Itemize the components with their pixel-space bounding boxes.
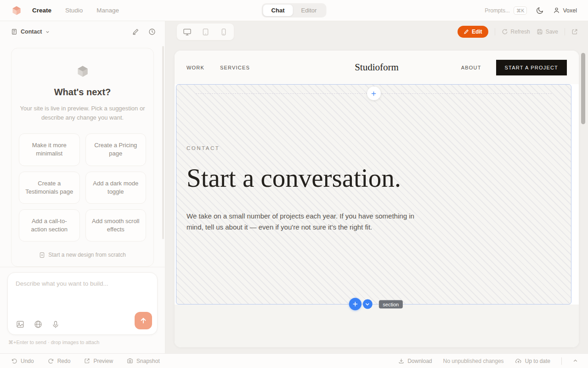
start-project-button[interactable]: START A PROJECT (496, 60, 567, 75)
composer-area: ⌘+Enter to send · drop images to attach (0, 267, 165, 368)
pencil-icon (464, 29, 469, 34)
prompts-shortcut-badge: ⌘K (514, 6, 527, 15)
site-link-work[interactable]: WORK (187, 65, 204, 70)
suggestion-cta-section[interactable]: Add a call-to-action section (19, 209, 80, 242)
prompts-button[interactable]: Prompts... ⌘K (485, 6, 527, 15)
save-label: Save (546, 29, 558, 35)
start-from-scratch-label: Start a new design from scratch (48, 252, 126, 258)
panel-header-actions (132, 28, 156, 35)
device-toggle-group (176, 23, 234, 40)
edit-button[interactable]: Edit (458, 26, 488, 38)
open-in-new-tab-button[interactable] (571, 29, 578, 35)
dark-mode-toggle[interactable] (536, 6, 544, 14)
edit-label: Edit (472, 29, 482, 35)
sync-label: Up to date (525, 358, 550, 364)
add-section-below-button[interactable] (349, 298, 361, 310)
download-button[interactable]: Download (398, 358, 432, 364)
site-header: WORK SERVICES Studioform ABOUT START A P… (175, 51, 579, 84)
composer-card (7, 272, 158, 335)
user-label: Voxel (563, 7, 577, 14)
canvas-toolbar: Edit Refresh Save (165, 21, 588, 42)
device-tablet-button[interactable] (197, 25, 214, 39)
save-button[interactable]: Save (537, 29, 558, 35)
next-section-placeholder (175, 305, 579, 347)
panel-body: What's next? Your site is live in previe… (0, 42, 165, 267)
suggestion-grid: Make it more minimalist Create a Pricing… (18, 133, 147, 242)
site-link-services[interactable]: SERVICES (220, 65, 250, 70)
top-bar: Create Studio Manage Chat Editor Prompts… (0, 0, 588, 21)
site-link-about[interactable]: ABOUT (461, 65, 481, 70)
suggestion-testimonials-page[interactable]: Create a Testimonials page (19, 172, 80, 204)
main-area: Contact What's next? Your site is live i… (0, 21, 588, 353)
start-from-scratch-link[interactable]: Start a new design from scratch (18, 252, 147, 258)
save-icon (537, 29, 543, 35)
topbar-right: Prompts... ⌘K Voxel (485, 6, 577, 15)
refresh-icon (502, 29, 508, 35)
chat-sidebar: Contact What's next? Your site is live i… (0, 21, 165, 353)
section-eyebrow: CONTACT (187, 145, 571, 151)
suggestion-dark-mode[interactable]: Add a dark mode toggle (85, 172, 147, 204)
chat-input[interactable] (16, 280, 149, 309)
add-section-above-button[interactable] (367, 86, 381, 100)
file-plus-icon (39, 252, 45, 258)
canvas-area: Edit Refresh Save (165, 21, 588, 353)
page-selector-dropdown[interactable]: Contact (11, 29, 50, 35)
collapse-statusbar-button[interactable] (573, 358, 578, 363)
statusbar-right: Download No unpublished changes Up to da… (398, 357, 578, 365)
user-icon (553, 7, 560, 14)
site-nav-right: ABOUT START A PROJECT (461, 60, 567, 75)
attach-image-icon[interactable] (16, 320, 24, 328)
suggestion-minimalist[interactable]: Make it more minimalist (19, 133, 80, 166)
section-controls: section (349, 298, 403, 310)
site-preview: WORK SERVICES Studioform ABOUT START A P… (175, 51, 579, 347)
send-button[interactable] (135, 312, 152, 329)
page-icon (11, 29, 17, 35)
device-desktop-button[interactable] (178, 25, 196, 39)
cube-icon (75, 64, 90, 80)
prompts-label: Prompts... (485, 7, 510, 14)
toolbar-divider (495, 28, 495, 35)
nav-manage[interactable]: Manage (96, 7, 119, 14)
refresh-button[interactable]: Refresh (502, 29, 530, 35)
publish-status-button[interactable]: Up to date (515, 358, 550, 364)
voxel-logo-icon[interactable] (11, 5, 22, 16)
device-mobile-button[interactable] (215, 25, 232, 39)
canvas-viewport: WORK SERVICES Studioform ABOUT START A P… (165, 42, 588, 353)
site-nav-left: WORK SERVICES (187, 65, 250, 70)
nav-create[interactable]: Create (32, 7, 51, 14)
compose-icon[interactable] (132, 28, 139, 35)
section-options-button[interactable] (362, 299, 372, 309)
panel-scrollbar[interactable] (162, 46, 164, 239)
primary-nav: Create Studio Manage (32, 7, 119, 14)
section-body-text: We take on a small number of projects ea… (187, 211, 422, 233)
arrow-up-icon (140, 317, 147, 324)
user-menu[interactable]: Voxel (553, 7, 577, 14)
history-icon[interactable] (148, 28, 156, 35)
unpublished-changes-status: No unpublished changes (443, 358, 504, 364)
download-label: Download (407, 358, 432, 364)
suggestion-pricing-page[interactable]: Create a Pricing page (85, 133, 147, 166)
microphone-icon[interactable] (52, 321, 59, 328)
mode-switcher: Chat Editor (262, 3, 327, 17)
suggestion-smooth-scroll[interactable]: Add smooth scroll effects (85, 209, 147, 242)
app-window: Create Studio Manage Chat Editor Prompts… (0, 0, 588, 368)
toolbar-divider (565, 28, 565, 35)
whats-next-card: What's next? Your site is live in previe… (11, 48, 154, 267)
section-heading: Start a conversation. (187, 163, 444, 193)
external-link-icon (571, 29, 578, 35)
whats-next-title: What's next? (18, 87, 147, 98)
preview-scrollbar[interactable] (581, 53, 585, 124)
chevron-up-icon (573, 358, 578, 363)
chevron-down-icon (45, 30, 50, 34)
web-globe-icon[interactable] (34, 320, 42, 328)
page-selector-label: Contact (21, 29, 42, 35)
tab-editor[interactable]: Editor (293, 5, 325, 16)
section-label-badge: section (379, 300, 403, 308)
statusbar-divider (561, 357, 562, 365)
tab-chat[interactable]: Chat (263, 5, 293, 16)
nav-studio[interactable]: Studio (65, 7, 83, 14)
contact-section[interactable]: CONTACT Start a conversation. We take on… (176, 84, 571, 305)
refresh-label: Refresh (511, 29, 530, 35)
site-brand[interactable]: Studioform (355, 62, 399, 73)
composer-toolbar (16, 320, 59, 328)
